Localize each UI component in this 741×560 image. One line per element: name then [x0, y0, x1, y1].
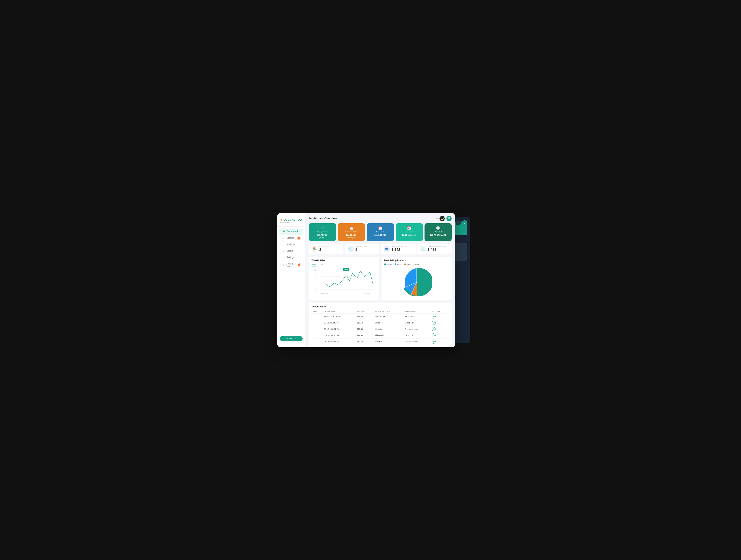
- yesterday-label: Yesterday Orders: [340, 231, 363, 233]
- sidebar-item-settings[interactable]: ○ Settings: [279, 254, 304, 261]
- best-selling-card: Best Selling Products Burger Pizza Pa: [382, 257, 452, 300]
- stat-cards: 🛒 Today Orders $479.99 Quantity : 8 📅 Ye…: [309, 223, 452, 241]
- logout-button[interactable]: ⇐ Log Out: [280, 336, 302, 341]
- tab-orders[interactable]: Orders: [319, 263, 325, 266]
- sidebar: ✦ VOUCHEROO Discounts app ⊞ Dashboard ○ …: [277, 213, 306, 347]
- moon-icon[interactable]: 🌙: [440, 216, 445, 221]
- pie-chart-svg: [402, 267, 432, 298]
- svg-text:100: 100: [314, 269, 316, 271]
- logo-area: ✦ VOUCHEROO Discounts app: [277, 216, 305, 227]
- tab-sales[interactable]: Sales: [312, 263, 317, 266]
- shop-count-label: Shop Count: [319, 246, 328, 248]
- sidebar-label-catalog: Catalog: [286, 237, 294, 239]
- cell-shop: Exotic Eats: [403, 320, 430, 326]
- cell-time: 06-12-23 7:40 PM: [323, 320, 355, 326]
- metrics-row: 🏪 Shop Count 2 🏷 Total Vouchers 5 👥: [309, 244, 452, 254]
- coming-soon-icon: ○: [282, 263, 284, 266]
- table-row: 03-12-23 6:31 PM $12.50 Men Cut The Vouc…: [312, 326, 449, 332]
- sidebar-item-coming-soon[interactable]: ○ Coming Soon 1: [279, 261, 304, 269]
- page-btn-3[interactable]: 3: [441, 347, 444, 347]
- sidebar-label-settings: Settings: [286, 256, 294, 259]
- cell-voucher: Men Cut: [374, 338, 403, 345]
- unique-customers-icon: 👥: [384, 246, 390, 252]
- svg-text:Sales: Sales: [344, 269, 348, 270]
- chart-tabs: Sales Orders: [312, 263, 376, 266]
- cell-time: 13-01-24 10:01 PM: [323, 313, 355, 320]
- col-shop-name: SHOP NAME: [403, 310, 430, 314]
- last-month-icon: 📅: [398, 226, 421, 230]
- cell-amount: $12.50: [355, 326, 374, 332]
- yesterday-qty: Quantity : 5: [340, 237, 363, 238]
- charts-row: Weekly Sales Sales Orders: [309, 257, 452, 300]
- stat-card-yesterday: 📅 Yesterday Orders $245.45 Quantity : 5: [338, 223, 365, 241]
- this-month-label: This Month: [369, 231, 392, 233]
- today-value: $479.99: [311, 233, 334, 237]
- col-actions: ACTIONS: [430, 310, 449, 314]
- pie-legend: Burger Pizza Pasta La Deluxe: [384, 263, 449, 265]
- cell-voucher: Kids Meal: [374, 332, 403, 338]
- metric-voucher-usage: ✓ All Time Voucher Usage 3,485: [417, 244, 452, 254]
- all-time-value: $174,256.20: [427, 233, 450, 237]
- page-btn-2[interactable]: 2: [435, 347, 440, 347]
- cell-time: 03-12-23 4:45 PM: [323, 338, 355, 345]
- cell-actions: ⊕: [430, 332, 449, 338]
- sidebar-label-coming-soon: Coming Soon: [286, 262, 296, 267]
- sidebar-item-dashboard[interactable]: ⊞ Dashboard: [279, 229, 304, 235]
- stat-card-this-month: 📅 This Month $2,849.99: [366, 223, 394, 241]
- sidebar-item-catalog[interactable]: ○ Catalog 1: [279, 235, 304, 241]
- pagination: 1 2 3 >: [431, 347, 449, 347]
- shop-count-icon: 🏪: [312, 246, 318, 252]
- pasta-label: Pasta La Deluxe: [407, 263, 419, 265]
- dark-avatar[interactable]: E: [462, 220, 467, 226]
- sidebar-label-dashboard: Dashboard: [286, 230, 298, 233]
- line-chart: 100 50 0 Sales 2024-05-03 2024-05-09: [312, 268, 376, 296]
- action-view-button[interactable]: ⊕: [432, 333, 435, 337]
- analytics-icon: ○: [282, 243, 285, 246]
- action-view-button[interactable]: ⊕: [432, 315, 435, 318]
- cell-sku: [312, 313, 323, 320]
- sidebar-item-orders[interactable]: ○ Orders: [279, 248, 304, 254]
- stat-card-today: 🛒 Today Orders $479.99 Quantity : 8: [309, 223, 336, 241]
- shop-count-value: 2: [319, 248, 328, 252]
- today-label: Today Orders: [311, 231, 334, 233]
- page-btn-next[interactable]: >: [445, 347, 449, 347]
- weekly-sales-title: Weekly Sales: [312, 259, 376, 262]
- svg-text:2024-05-09: 2024-05-09: [363, 293, 370, 294]
- svg-text:0: 0: [316, 289, 317, 290]
- best-selling-title: Best Selling Products: [384, 259, 449, 262]
- recent-orders-title: Recent Order: [312, 305, 449, 308]
- logo-sub: Discounts app: [280, 221, 302, 223]
- top-icons: ≡ 🌙 E: [436, 216, 452, 221]
- legend-pasta: Pasta La Deluxe: [404, 263, 419, 265]
- cell-actions: ⊕: [430, 326, 449, 332]
- cell-time: 03-12-23 4:46 PM: [323, 332, 355, 338]
- cell-actions: ⊕: [430, 313, 449, 320]
- this-month-value: $2,849.99: [369, 233, 392, 237]
- user-avatar[interactable]: E: [447, 216, 452, 221]
- today-icon: 🛒: [311, 226, 334, 230]
- sidebar-item-analytics[interactable]: ○ Analytics: [279, 242, 304, 248]
- hamburger-icon[interactable]: ≡: [436, 217, 438, 220]
- last-month-value: $23,342.17: [398, 233, 421, 237]
- pizza-dot: [395, 263, 396, 265]
- action-view-button[interactable]: ⊕: [432, 340, 435, 344]
- col-order-time: ORDER TIME: [323, 310, 355, 314]
- orders-icon: ○: [282, 249, 285, 253]
- voucher-usage-value: 3,485: [428, 248, 446, 252]
- table-row: 03-12-23 4:46 PM $12.50 Kids Meal Exotic…: [312, 332, 449, 338]
- cell-amount: $12.50: [355, 320, 374, 326]
- col-amount: AMOUNT: [355, 310, 374, 314]
- metric-total-vouchers: 🏷 Total Vouchers 5: [345, 244, 380, 254]
- table-row: 13-01-24 10:01 PM $55.20 Free Burger Exo…: [312, 313, 449, 320]
- cell-voucher: Free Burger: [374, 313, 403, 320]
- cell-sku: [312, 326, 323, 332]
- voucher-usage-icon: ✓: [420, 246, 426, 252]
- action-view-button[interactable]: ⊕: [432, 327, 435, 331]
- action-view-button[interactable]: ⊕: [432, 321, 435, 325]
- pie-chart-area: [384, 267, 449, 298]
- last-month-label: Last Month: [398, 231, 421, 233]
- page-btn-1[interactable]: 1: [431, 347, 435, 347]
- all-time-label: All-Time Sales: [427, 231, 450, 233]
- main-panel: ✦ VOUCHEROO Discounts app ⊞ Dashboard ○ …: [277, 213, 455, 347]
- cell-shop: Exotic Eats: [403, 332, 430, 338]
